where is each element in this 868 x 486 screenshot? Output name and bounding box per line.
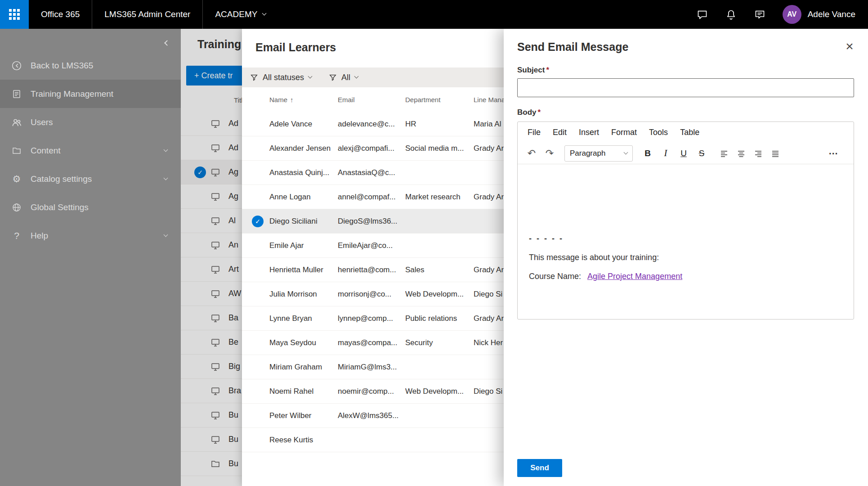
- learners-table-header: Name↑ Email Department Line Mana: [242, 87, 504, 112]
- learner-row[interactable]: Noemi Rahelnoemir@comp...Web Developm...…: [242, 379, 504, 404]
- bold-button[interactable]: B: [640, 146, 655, 161]
- chat-icon[interactable]: [688, 0, 717, 29]
- learner-email: lynnep@comp...: [338, 314, 405, 323]
- more-toolbar-options-icon[interactable]: ⋯: [826, 146, 841, 161]
- learner-email: annel@compaf...: [338, 193, 405, 202]
- learner-line-manager: Nick Her: [474, 338, 504, 347]
- column-header-line-manager[interactable]: Line Mana: [474, 96, 504, 104]
- underline-button[interactable]: U: [676, 146, 691, 161]
- learner-email: AnastasiaQ@c...: [338, 168, 405, 177]
- status-filter-dropdown[interactable]: All statuses: [250, 73, 312, 82]
- filter-funnel-icon: [329, 73, 337, 81]
- learner-row[interactable]: Miriam GrahamMiriamG@lms3...: [242, 355, 504, 379]
- course-name-label: Course Name:: [529, 272, 581, 281]
- learner-name: Anne Logan: [269, 193, 338, 202]
- learner-name: Henrietta Muller: [269, 266, 338, 274]
- menu-insert[interactable]: Insert: [579, 128, 599, 137]
- learner-row[interactable]: Anne Loganannel@compaf...Market research…: [242, 185, 504, 209]
- learner-row[interactable]: Anastasia Quinj...AnastasiaQ@c...: [242, 161, 504, 185]
- row-checkbox-checked[interactable]: ✓: [242, 216, 269, 227]
- user-name: Adele Vance: [808, 9, 855, 19]
- course-line: Course Name:Agile Project Management: [529, 270, 842, 282]
- tenant-dropdown[interactable]: ACADEMY: [203, 0, 278, 29]
- align-center-icon[interactable]: [734, 146, 749, 161]
- modal-overlay[interactable]: [0, 29, 242, 486]
- learner-department: Market research: [405, 193, 474, 202]
- learner-email: AlexW@lms365...: [338, 411, 405, 420]
- chevron-down-icon: [624, 150, 628, 154]
- tenant-name: ACADEMY: [215, 9, 257, 19]
- chevron-down-icon: [354, 74, 359, 79]
- learner-email: alexj@compafi...: [338, 144, 405, 153]
- learner-department: Public relations: [405, 314, 474, 323]
- learner-row[interactable]: Alexander Jensenalexj@compafi...Social m…: [242, 136, 504, 161]
- learner-department: Web Developm...: [405, 387, 474, 396]
- learner-email: MiriamG@lms3...: [338, 363, 405, 372]
- undo-icon[interactable]: ↶: [524, 146, 539, 161]
- notifications-bell-icon[interactable]: [717, 0, 746, 29]
- learner-row[interactable]: Peter WilberAlexW@lms365...: [242, 404, 504, 428]
- app-launcher-waffle-icon[interactable]: [0, 0, 29, 29]
- sort-ascending-icon: ↑: [290, 96, 294, 104]
- account-menu[interactable]: AV Adele Vance: [774, 0, 868, 29]
- learner-name: Adele Vance: [269, 120, 338, 129]
- editor-toolbar: ↶ ↷ Paragraph B I U S ⋯: [518, 143, 854, 164]
- learner-line-manager: Grady Ar: [474, 314, 504, 323]
- learner-row[interactable]: Lynne Bryanlynnep@comp...Public relation…: [242, 306, 504, 331]
- align-justify-icon[interactable]: [768, 146, 783, 161]
- strikethrough-button[interactable]: S: [694, 146, 709, 161]
- learner-row[interactable]: Emile AjarEmileAjar@co...: [242, 234, 504, 258]
- menu-format[interactable]: Format: [611, 128, 637, 137]
- menu-tools[interactable]: Tools: [649, 128, 668, 137]
- learner-email: DiegoS@lms36...: [338, 217, 405, 226]
- learner-row[interactable]: Henrietta Mullerhenrietta@com...SalesGra…: [242, 258, 504, 282]
- learner-name: Reese Kurtis: [269, 436, 338, 445]
- learner-department: Social media m...: [405, 144, 474, 153]
- status-filter-label: All statuses: [263, 73, 304, 82]
- menu-file[interactable]: File: [528, 128, 541, 137]
- feedback-icon[interactable]: [746, 0, 774, 29]
- learner-email: morrisonj@co...: [338, 290, 405, 299]
- learner-line-manager: Diego Si: [474, 290, 504, 299]
- column-header-department[interactable]: Department: [405, 96, 474, 104]
- required-asterisk: *: [538, 108, 541, 117]
- office365-home-link[interactable]: Office 365: [29, 0, 92, 29]
- align-left-icon[interactable]: [716, 146, 732, 161]
- type-filter-dropdown[interactable]: All: [329, 73, 358, 82]
- column-header-name[interactable]: Name↑: [269, 96, 338, 104]
- italic-button[interactable]: I: [658, 146, 673, 161]
- learner-row[interactable]: Reese Kurtis: [242, 428, 504, 452]
- learners-table: Adele Vanceadelevance@c...HRMaria Al Ale…: [242, 112, 504, 452]
- learner-email: mayas@compa...: [338, 338, 405, 347]
- redo-icon[interactable]: ↷: [542, 146, 557, 161]
- learner-row[interactable]: Julia Morrisonmorrisonj@co...Web Develop…: [242, 282, 504, 306]
- editor-body[interactable]: - - - - - This message is about your tra…: [518, 164, 854, 319]
- learner-row-selected[interactable]: ✓Diego SicilianiDiegoS@lms36...: [242, 209, 504, 234]
- learner-row[interactable]: Adele Vanceadelevance@c...HRMaria Al: [242, 112, 504, 136]
- learner-department: Security: [405, 338, 474, 347]
- learner-email: henrietta@com...: [338, 266, 405, 274]
- send-email-title: Send Email Message: [517, 40, 628, 54]
- column-header-email[interactable]: Email: [338, 96, 405, 104]
- block-format-dropdown[interactable]: Paragraph: [564, 145, 633, 162]
- message-intro: This message is about your training:: [529, 252, 842, 263]
- message-separator: - - - - -: [529, 233, 842, 244]
- required-asterisk: *: [546, 66, 549, 74]
- subject-input[interactable]: [517, 78, 854, 97]
- menu-table[interactable]: Table: [680, 128, 699, 137]
- course-link[interactable]: Agile Project Management: [587, 272, 682, 281]
- avatar[interactable]: AV: [783, 5, 801, 24]
- learner-line-manager: Maria Al: [474, 120, 504, 129]
- lms365-admin-center-link[interactable]: LMS365 Admin Center: [92, 0, 202, 29]
- email-learners-panel: Email Learners All statuses All Name↑ Em…: [242, 29, 504, 486]
- send-button[interactable]: Send: [517, 459, 562, 477]
- learner-name: Emile Ajar: [269, 241, 338, 250]
- learner-name: Miriam Graham: [269, 363, 338, 372]
- align-right-icon[interactable]: [751, 146, 766, 161]
- editor-menubar: File Edit Insert Format Tools Table: [518, 122, 854, 143]
- learner-row[interactable]: Maya Seydoumayas@compa...SecurityNick He…: [242, 331, 504, 355]
- send-email-panel: Send Email Message × Subject* Body* File…: [504, 29, 868, 486]
- block-format-value: Paragraph: [570, 149, 605, 158]
- close-icon[interactable]: ×: [841, 38, 858, 55]
- menu-edit[interactable]: Edit: [553, 128, 567, 137]
